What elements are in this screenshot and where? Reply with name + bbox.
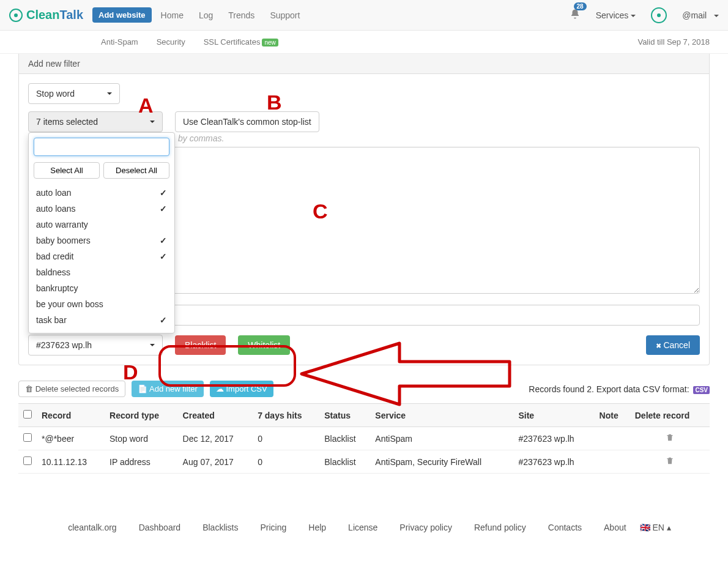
subnav-security[interactable]: Security [157,37,185,47]
multiselect-option[interactable]: baby boomers✓ [34,233,169,248]
col-record[interactable]: Record [37,404,105,427]
col-service[interactable]: Service [370,404,513,427]
col-status[interactable]: Status [319,404,370,427]
footer-link[interactable]: Pricing [261,523,287,532]
cell-note [595,450,630,474]
textarea-hint: by commas. [178,133,700,143]
row-checkbox[interactable] [23,456,32,465]
filter-type-select[interactable]: Stop word [28,83,120,104]
chevron-down-icon [107,92,112,95]
cell-created: Aug 07, 2017 [178,450,253,474]
logo-icon [9,9,23,22]
account-dropdown[interactable]: @mail [682,10,719,20]
delete-selected-button[interactable]: 🗑 Delete selected records [18,381,125,397]
col-site[interactable]: Site [513,404,594,427]
language-selector[interactable]: 🇬🇧 EN ▴ [640,523,671,532]
add-website-button[interactable]: Add website [92,7,152,23]
check-icon: ✓ [160,315,167,325]
site-select[interactable]: #237623 wp.lh [28,335,163,356]
nav-home[interactable]: Home [161,10,184,20]
multiselect-list[interactable]: auto loan✓auto loans✓auto warrantybaby b… [34,185,169,328]
cell-service: AntiSpam, Security FireWall [370,450,513,474]
cancel-button[interactable]: Cancel [646,335,700,355]
multiselect-option[interactable]: be your own boss [34,296,169,312]
delete-row-button[interactable] [666,434,674,444]
multiselect-button[interactable]: 7 items selected [28,111,163,132]
whitelist-button[interactable]: Whitelist [238,335,290,355]
multiselect-option[interactable]: auto loan✓ [34,185,169,201]
multiselect-search-input[interactable] [34,138,169,156]
multiselect-option[interactable]: bad credit✓ [34,248,169,264]
footer-link[interactable]: Contacts [548,523,582,532]
multiselect-option[interactable]: auto warranty [34,217,169,233]
logo-text-clean: Clean [26,8,59,21]
multiselect-option-label: bad credit [36,251,73,261]
deselect-all-button[interactable]: Deselect All [103,162,169,179]
col-hits[interactable]: 7 days hits [253,404,319,427]
select-all-button[interactable]: Select All [34,162,100,179]
add-filter-panel: Add new filter Stop word 7 items selecte… [18,54,710,365]
logo[interactable]: CleanTalk [9,8,83,22]
cell-record: 10.11.12.13 [37,450,105,474]
cell-record: *@*beer [37,427,105,450]
trash-icon [666,433,674,442]
cell-created: Dec 12, 2017 [178,427,253,450]
records-table: Record Record type Created 7 days hits S… [18,403,710,474]
cell-status[interactable]: Blacklist [319,450,370,474]
table-row: *@*beerStop wordDec 12, 20170BlacklistAn… [18,427,710,450]
nav-log[interactable]: Log [199,10,213,20]
footer-link[interactable]: License [348,523,377,532]
col-created[interactable]: Created [178,404,253,427]
footer-link[interactable]: Refund policy [474,523,526,532]
multiselect-option-label: auto loans [36,204,76,214]
subnav-antispam[interactable]: Anti-Spam [101,37,138,47]
check-icon: ✓ [160,251,167,261]
import-csv-button[interactable]: ☁ Import CSV [210,381,273,397]
notifications-button[interactable]: 28 [570,9,581,21]
subnav-ssl[interactable]: SSL Certificatesnew [204,37,278,47]
blacklist-button[interactable]: Blacklist [175,335,226,355]
nav-trends[interactable]: Trends [228,10,254,20]
cell-note [595,427,630,450]
trash-icon [666,456,674,465]
col-type[interactable]: Record type [105,404,178,427]
check-icon: ✓ [160,204,167,214]
multiselect-option[interactable]: bankruptcy [34,280,169,296]
footer-link[interactable]: Privacy policy [399,523,452,532]
multiselect-option-label: auto loan [36,188,72,198]
select-all-checkbox[interactable] [23,410,32,419]
multiselect-option-label: auto warranty [36,220,88,229]
filter-type-value: Stop word [36,89,75,99]
multiselect-option[interactable]: auto loans✓ [34,201,169,217]
cell-site: #237623 wp.lh [513,450,594,474]
footer: cleantalk.orgDashboardBlacklistsPricingH… [0,510,728,545]
check-icon: ✓ [160,188,167,198]
row-checkbox[interactable] [23,433,32,442]
col-note[interactable]: Note [595,404,630,427]
services-dropdown[interactable]: Services [596,10,636,20]
delete-row-button[interactable] [666,457,674,467]
main-nav: Home Log Trends Support [161,10,300,20]
multiselect-option-label: task bar [36,315,67,325]
multiselect-option[interactable]: baldness [34,264,169,280]
footer-link[interactable]: About [604,523,626,532]
footer-link[interactable]: Dashboard [139,523,181,532]
col-delete[interactable]: Delete record [630,404,710,427]
csv-export-badge[interactable]: CSV [693,386,710,394]
logo-text-talk: Talk [59,8,83,21]
multiselect-option[interactable]: task bar✓ [34,312,169,328]
cell-service: AntiSpam [370,427,513,450]
avatar-icon[interactable] [651,7,667,23]
cell-site: #237623 wp.lh [513,427,594,450]
table-header-row: Record Record type Created 7 days hits S… [18,404,710,427]
footer-link[interactable]: Help [308,523,326,532]
cell-status[interactable]: Blacklist [319,427,370,450]
add-new-filter-button[interactable]: 📄 Add new filter [132,381,204,397]
chevron-down-icon [150,344,155,346]
use-common-stoplist-button[interactable]: Use CleanTalk's common stop-list [175,111,319,132]
footer-link[interactable]: cleantalk.org [68,523,116,532]
footer-link[interactable]: Blacklists [202,523,238,532]
valid-till: Valid till Sep 7, 2018 [637,37,710,47]
chevron-down-icon [150,121,155,123]
nav-support[interactable]: Support [270,10,300,20]
